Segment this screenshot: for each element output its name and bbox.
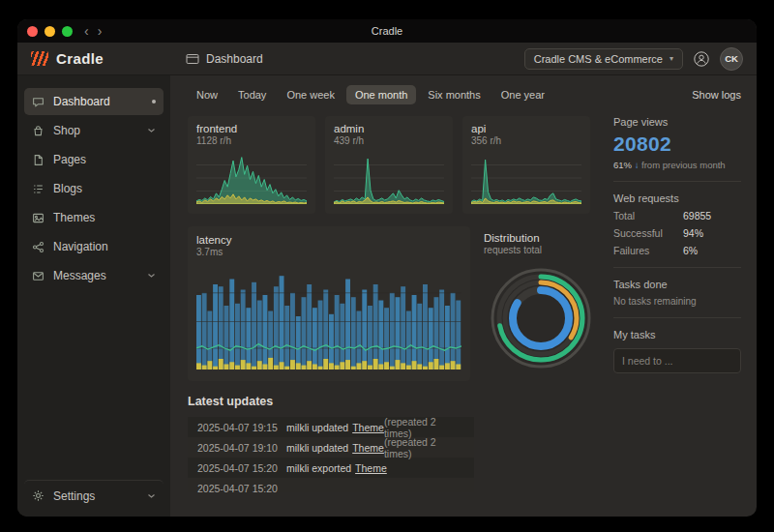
my-tasks-title: My tasks: [613, 329, 741, 340]
zoom-window-button[interactable]: [62, 26, 73, 37]
back-icon[interactable]: ‹: [84, 24, 89, 38]
tab-now[interactable]: Now: [188, 85, 226, 104]
sidebar-item-shop[interactable]: Shop: [24, 117, 164, 144]
sidebar-item-dashboard[interactable]: Dashboard: [24, 88, 164, 115]
cradle-logo-icon: [31, 51, 48, 66]
chart-subtitle: requests total: [484, 245, 598, 255]
latency-chart-card: latency 3.7ms: [188, 226, 470, 381]
chart-rate: 439 r/h: [334, 135, 444, 146]
task-input[interactable]: [613, 348, 741, 373]
sidebar-item-navigation[interactable]: Navigation: [24, 233, 164, 260]
update-text: milkli updated: [286, 422, 348, 433]
app-body: Dashboard Shop Pages Blogs Themes: [17, 75, 757, 517]
table-row: 2025-04-07 19:10 milkli updated Theme (r…: [188, 437, 474, 458]
navigation-icon: [32, 241, 45, 253]
arrow-down-icon: ↓: [635, 160, 640, 170]
dashboard-window-icon: [186, 53, 199, 65]
admin-chart-card: admin 439 r/h: [325, 116, 453, 214]
update-time: 2025-04-07 19:15: [197, 422, 286, 433]
web-requests-section: Web requests Total 69855 Successful 94% …: [613, 192, 741, 256]
divider: [613, 267, 741, 268]
messages-icon: [32, 270, 45, 282]
table-row: 2025-04-07 15:20 milkli exported Theme: [188, 458, 474, 478]
divider: [613, 317, 741, 318]
stat-row: Failures 6%: [613, 245, 741, 256]
spark-charts-row: frontend 1128 r/h admin 439 r/h api 356 …: [188, 116, 598, 214]
update-text: milkli updated: [286, 442, 348, 454]
web-requests-title: Web requests: [613, 192, 741, 204]
page-views-title: Page views: [613, 116, 741, 128]
show-logs-link[interactable]: Show logs: [692, 89, 741, 101]
latest-updates-title: Latest updates: [188, 395, 598, 408]
api-chart-card: api 356 r/h: [462, 116, 590, 214]
chevron-down-icon: [147, 493, 156, 499]
page-views-value: 20802: [613, 133, 741, 156]
stat-row: Total 69855: [613, 210, 741, 222]
chart-rate: 356 r/h: [471, 135, 581, 146]
chart-title: admin: [334, 123, 444, 134]
latest-updates-section: Latest updates 2025-04-07 19:15 milkli u…: [188, 395, 598, 492]
page-views-section: Page views 20802 61% ↓ from previous mon…: [613, 116, 741, 170]
chevron-down-icon: [147, 273, 156, 279]
window-title: Cradle: [17, 25, 757, 37]
gear-icon: [32, 489, 45, 502]
workspace-selector-label: Cradle CMS & eCommerce: [534, 53, 663, 65]
table-row: 2025-04-07 15:20: [188, 478, 474, 492]
theme-link[interactable]: Theme: [352, 442, 384, 454]
distribution-card: Distribution requests total: [484, 226, 598, 381]
api-chart: [471, 152, 581, 204]
update-text: milkli exported: [286, 462, 351, 474]
update-time: 2025-04-07 15:20: [197, 462, 286, 474]
sidebar-item-label: Navigation: [53, 240, 108, 253]
chart-title: Distribution: [484, 232, 598, 244]
avatar[interactable]: CK: [720, 47, 743, 71]
sidebar: Dashboard Shop Pages Blogs Themes: [17, 75, 170, 517]
tab-six-months[interactable]: Six months: [419, 85, 489, 104]
tasks-done-section: Tasks done No tasks remaining: [613, 279, 741, 307]
account-icon[interactable]: [693, 50, 710, 68]
tab-one-week[interactable]: One week: [278, 85, 343, 104]
pages-icon: [32, 154, 45, 166]
chart-title: latency: [196, 234, 461, 246]
forward-icon[interactable]: ›: [98, 24, 103, 38]
titlebar: ‹ › Cradle: [17, 19, 757, 43]
sidebar-item-settings[interactable]: Settings: [24, 480, 164, 507]
dashboard-columns: frontend 1128 r/h admin 439 r/h api 356 …: [188, 116, 741, 517]
distribution-donut-chart: [488, 265, 594, 371]
theme-link[interactable]: Theme: [352, 422, 384, 433]
workspace-selector[interactable]: Cradle CMS & eCommerce ▾: [524, 48, 683, 70]
sidebar-item-label: Blogs: [53, 182, 82, 195]
tasks-done-subtitle: No tasks remaining: [613, 296, 741, 307]
page-views-change: 61% ↓ from previous month: [613, 160, 741, 170]
minimize-window-button[interactable]: [45, 26, 55, 37]
table-row: 2025-04-07 19:15 milkli updated Theme (r…: [188, 417, 474, 437]
sidebar-item-messages[interactable]: Messages: [24, 262, 164, 289]
sidebar-item-label: Pages: [53, 153, 86, 166]
tab-today[interactable]: Today: [229, 85, 275, 104]
frontend-chart-card: frontend 1128 r/h: [188, 116, 315, 214]
chart-title: api: [471, 123, 581, 134]
stats-panel: Page views 20802 61% ↓ from previous mon…: [613, 116, 741, 517]
sidebar-item-blogs[interactable]: Blogs: [24, 175, 164, 202]
update-time: 2025-04-07 15:20: [197, 483, 286, 493]
close-window-button[interactable]: [27, 26, 38, 37]
filter-row: Now Today One week One month Six months …: [188, 85, 741, 104]
theme-link[interactable]: Theme: [355, 462, 387, 474]
stat-row: Successful 94%: [613, 227, 741, 239]
active-dot: [152, 100, 156, 103]
app-window: ‹ › Cradle Cradle Dashboard Cradle CMS &…: [17, 19, 757, 517]
update-time: 2025-04-07 19:10: [197, 442, 286, 454]
header-controls: Cradle CMS & eCommerce ▾ CK: [524, 47, 757, 71]
shop-icon: [32, 125, 45, 137]
chevron-down-icon: [147, 128, 156, 133]
sidebar-item-pages[interactable]: Pages: [24, 146, 164, 173]
traffic-lights: [27, 26, 73, 37]
chart-rate: 1128 r/h: [196, 135, 307, 146]
frontend-chart: [196, 152, 307, 204]
tasks-done-title: Tasks done: [613, 279, 741, 290]
brand: Cradle: [17, 50, 170, 67]
sidebar-item-themes[interactable]: Themes: [24, 204, 164, 231]
tab-one-month[interactable]: One month: [346, 85, 416, 104]
main-content: Now Today One week One month Six months …: [170, 75, 757, 517]
tab-one-year[interactable]: One year: [492, 85, 553, 104]
